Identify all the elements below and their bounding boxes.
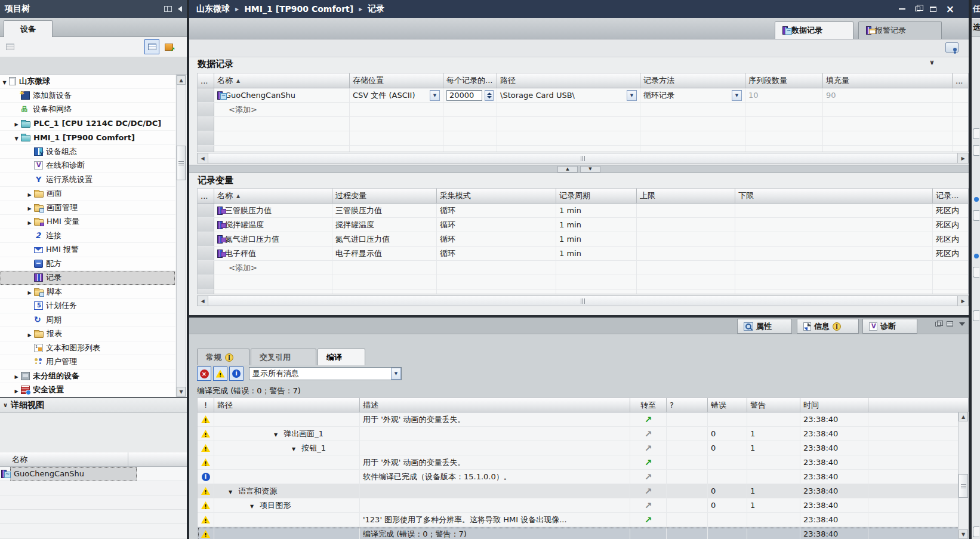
message-filter-select[interactable]: 显示所有消息 xyxy=(249,367,402,380)
detail-item-selected[interactable]: GuoChengCanShu xyxy=(10,467,137,481)
collapse-arrow-icon[interactable] xyxy=(12,119,21,128)
project-tree-scrollbar[interactable]: ▲ ▼ xyxy=(176,75,186,397)
clipped-panel-tab[interactable]: 选 xyxy=(972,19,980,37)
dropdown-icon[interactable] xyxy=(732,90,742,101)
logvar-row[interactable]: 电子秤值 电子秤显示值 循环 1 min 死区内 xyxy=(198,247,968,261)
logvar-row[interactable]: 搅拌罐温度 搅拌罐温度 循环 1 min 死区内 xyxy=(198,218,968,232)
panel-list-icon[interactable] xyxy=(947,321,953,327)
scroll-down-icon[interactable]: ▼ xyxy=(959,529,968,539)
tab-info[interactable]: 信息 xyxy=(797,319,859,334)
breadcrumb-editor[interactable]: 记录 xyxy=(368,4,384,14)
message-row[interactable]: 按钮_1 ↗ 0 1 23:38:40 xyxy=(198,441,968,455)
dropdown-icon[interactable] xyxy=(391,368,401,380)
col-rowheader[interactable]: ... xyxy=(198,73,214,88)
goto-arrow-icon[interactable]: ↗ xyxy=(645,515,652,525)
tree-item-add-device[interactable]: 添加新设备 xyxy=(0,89,175,103)
message-row-selected[interactable]: 编译完成 (错误：0；警告：7) 23:38:40 xyxy=(198,527,968,539)
expand-arrow-icon[interactable] xyxy=(229,486,236,495)
col-storage-location[interactable]: 存储位置 xyxy=(350,73,443,88)
datalog-row[interactable]: GuoChengCanShu CSV 文件 (ASCII) 20000 \Sto… xyxy=(198,88,968,103)
scrollbar-track[interactable] xyxy=(208,296,957,306)
collapse-arrow-icon[interactable] xyxy=(12,371,21,380)
dropdown-icon[interactable] xyxy=(627,90,637,101)
tree-filter-button[interactable] xyxy=(2,39,17,54)
detail-view-header[interactable]: ∨ 详细视图 xyxy=(0,397,187,412)
chevron-down-icon[interactable]: ∨ xyxy=(0,402,11,408)
col-name[interactable]: 名称▲ xyxy=(214,73,350,88)
scroll-up-icon[interactable]: ▲ xyxy=(177,75,186,85)
tree-item-hmi-tags[interactable]: HMI 变量 xyxy=(0,215,175,229)
open-library-button[interactable] xyxy=(161,39,176,54)
tree-item-project[interactable]: 山东微球 xyxy=(0,75,175,89)
tree-item-online-diagnostics[interactable]: 在线和诊断 xyxy=(0,159,175,173)
records-per-log-input[interactable]: 20000 xyxy=(446,90,482,101)
tab-alarm-logs[interactable]: 报警记录 xyxy=(858,21,942,39)
scroll-left-icon[interactable]: ◀ xyxy=(198,153,208,163)
collapse-arrow-icon[interactable] xyxy=(12,386,21,395)
clipped-button-fragment[interactable] xyxy=(973,310,979,321)
tree-item-runtime-settings[interactable]: 运行系统设置 xyxy=(0,173,175,187)
maximize-icon[interactable] xyxy=(930,7,936,12)
col-sequence-segments[interactable]: 序列段数量 xyxy=(745,73,823,88)
goto-arrow-icon[interactable]: ↗ xyxy=(645,486,652,497)
collapse-panel-icon[interactable] xyxy=(959,322,965,326)
datalog-hscrollbar[interactable]: ◀ ▶ xyxy=(197,153,969,164)
logvar-row[interactable]: 三管膜压力值 三管膜压力值 循环 1 min 死区内 xyxy=(198,204,968,218)
clipped-button-fragment[interactable] xyxy=(973,526,979,537)
tree-item-plc1[interactable]: PLC_1 [CPU 1214C DC/DC/DC] xyxy=(0,117,175,131)
logvar-row[interactable]: 氮气进口压力值 氮气进口压力值 循环 1 min 死区内 xyxy=(198,232,968,247)
tab-properties[interactable]: 属性 xyxy=(737,319,792,334)
scrollbar-track[interactable] xyxy=(208,153,957,163)
breadcrumb-project[interactable]: 山东微球 xyxy=(196,4,230,14)
detail-view-row[interactable]: GuoChengCanShu xyxy=(0,467,187,481)
message-row[interactable]: '123' 图形使用了多种分辨率。这将导致 HMI 设备出现像... ↗ 23:… xyxy=(198,513,968,527)
tree-item-security-settings[interactable]: 安全设置 xyxy=(0,383,175,397)
message-row[interactable]: 弹出画面_1 ↗ 0 1 23:38:40 xyxy=(198,427,968,441)
col-acquisition-mode[interactable]: 采集模式 xyxy=(437,189,556,203)
goto-arrow-icon[interactable]: ↗ xyxy=(645,457,652,468)
logvars-add-row[interactable]: <添加> xyxy=(198,261,968,275)
col-time[interactable]: 时间 xyxy=(800,398,868,412)
tab-general[interactable]: 常规 xyxy=(197,349,249,365)
expand-arrow-icon[interactable] xyxy=(250,501,257,510)
col-path[interactable]: 路径 xyxy=(214,398,360,412)
col-description[interactable]: 描述 xyxy=(360,398,630,412)
collapse-pane-icon[interactable] xyxy=(178,6,182,12)
clipped-button-fragment[interactable] xyxy=(973,267,979,278)
col-more[interactable]: ... xyxy=(953,73,968,88)
split-view-icon[interactable] xyxy=(164,6,172,12)
scro11-left-icon[interactable]: ◀ xyxy=(198,296,208,306)
scroll-right-icon[interactable]: ▶ xyxy=(957,296,968,306)
tree-item-screens[interactable]: 画面 xyxy=(0,187,175,201)
storage-location-value[interactable]: CSV 文件 (ASCII) xyxy=(353,90,415,101)
collapse-arrow-icon[interactable] xyxy=(25,329,34,338)
tree-item-devices-networks[interactable]: 设备和网络 xyxy=(0,103,175,117)
col-high-limit[interactable]: 上限 xyxy=(637,189,735,203)
col-severity[interactable]: ! xyxy=(198,398,214,412)
message-row[interactable]: 用于 '外观' 动画的变量丢失。 ↗ 23:38:40 xyxy=(198,455,968,470)
clipped-button-fragment[interactable] xyxy=(973,210,979,221)
tree-item-ungrouped-devices[interactable]: 未分组的设备 xyxy=(0,369,175,384)
col-name[interactable]: 名称▲ xyxy=(214,189,332,203)
tree-item-hmi1[interactable]: HMI_1 [TP900 Comfort] xyxy=(0,131,175,145)
datalog-add-row[interactable]: <添加> xyxy=(198,103,968,117)
message-list-scrollbar[interactable]: ▲ ▼ xyxy=(958,412,969,539)
scroll-up-icon[interactable]: ▲ xyxy=(959,412,968,421)
tree-item-reports[interactable]: 报表 xyxy=(0,327,175,341)
tab-devices[interactable]: 设备 xyxy=(4,20,53,37)
expand-arrow-icon[interactable] xyxy=(12,133,21,142)
tab-diagnostics[interactable]: 诊断 xyxy=(862,319,917,334)
message-row[interactable]: 软件编译已完成（设备版本：15.1.0.0）。 ↗ 23:38:40 xyxy=(198,470,968,484)
col-records-per-log[interactable]: 每个记录的... xyxy=(443,73,497,88)
col-logging-cycle[interactable]: 记录周期 xyxy=(556,189,637,203)
float-panel-icon[interactable] xyxy=(935,322,941,327)
splitter-down-icon[interactable]: ▼ xyxy=(580,166,600,173)
goto-arrow-icon[interactable]: ↗ xyxy=(645,414,652,425)
tab-cross-references[interactable]: 交叉引用 xyxy=(251,349,316,365)
tree-item-device-config[interactable]: 设备组态 xyxy=(0,145,175,159)
tree-item-text-graphic-lists[interactable]: 文本和图形列表 xyxy=(0,341,175,356)
goto-arrow-icon[interactable]: ↗ xyxy=(645,500,652,511)
log-name[interactable]: GuoChengCanShu xyxy=(225,91,295,100)
add-label[interactable]: <添加> xyxy=(229,104,257,115)
tree-item-hmi-alarms[interactable]: HMI 报警 xyxy=(0,243,175,257)
